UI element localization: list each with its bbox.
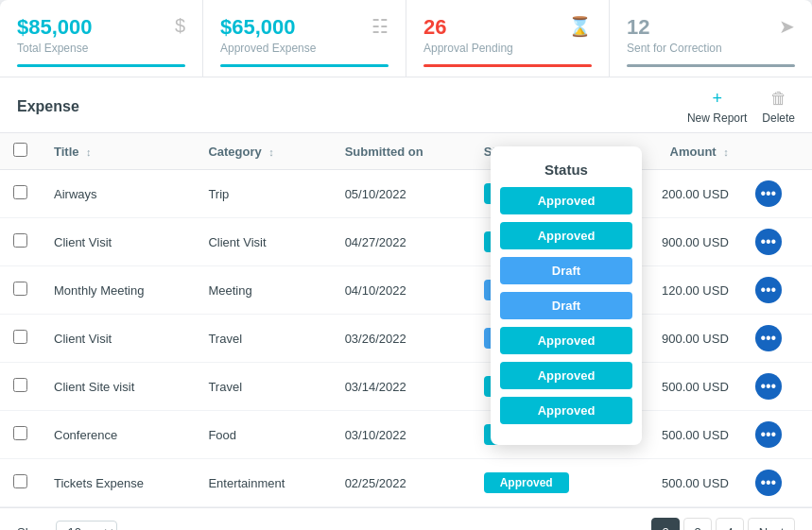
next-page-button[interactable]: Next — [748, 518, 795, 530]
row-actions: ••• — [742, 459, 812, 507]
row-checkbox-cell — [0, 459, 41, 507]
row-category: Food — [195, 411, 331, 459]
row-category: Travel — [195, 363, 331, 411]
toolbar: Expense + New Report 🗑 Delete — [0, 77, 812, 133]
row-category: Travel — [195, 315, 331, 363]
delete-button[interactable]: 🗑 Delete — [762, 89, 795, 125]
row-actions: ••• — [742, 411, 812, 459]
more-options-button[interactable]: ••• — [755, 421, 782, 448]
total-expense-bar — [17, 64, 185, 67]
status-approved-option-5[interactable]: Approved — [500, 397, 632, 424]
status-approved-option-4[interactable]: Approved — [500, 362, 632, 389]
title-sort-icon: ↕ — [86, 146, 92, 158]
row-actions: ••• — [742, 218, 812, 266]
more-options-button[interactable]: ••• — [755, 325, 782, 351]
plus-icon: + — [712, 89, 722, 109]
new-report-button[interactable]: + New Report — [687, 89, 747, 125]
row-status: Approved — [471, 459, 618, 507]
row-checkbox-4[interactable] — [13, 378, 27, 392]
row-amount: 500.00 USD — [618, 459, 742, 507]
more-options-button[interactable]: ••• — [755, 180, 782, 207]
row-submitted-on: 03/26/2022 — [332, 315, 471, 363]
show-label: Show — [17, 525, 48, 531]
row-checkbox-cell — [0, 363, 41, 411]
sent-correction-bar — [627, 64, 795, 67]
sent-correction-value: 12 — [627, 15, 795, 40]
row-checkbox-1[interactable] — [13, 233, 27, 248]
table-row: Conference Food 03/10/2022 Approved 500.… — [0, 411, 812, 459]
row-checkbox-5[interactable] — [13, 426, 27, 440]
status-approved-option-2[interactable]: Approved — [500, 222, 632, 249]
table-row: Tickets Expense Entertainment 02/25/2022… — [0, 459, 812, 507]
sent-correction-label: Sent for Correction — [627, 42, 795, 55]
row-category: Client Visit — [195, 218, 331, 266]
total-expense-card: $ $85,000 Total Expense — [0, 0, 203, 77]
row-submitted-on: 05/10/2022 — [332, 170, 471, 218]
expense-table-wrapper: Title ↕ Category ↕ Submitted on Status A… — [0, 133, 812, 507]
app-container: $ $85,000 Total Expense ☷ $65,000 Approv… — [0, 0, 812, 530]
approved-expense-card: ☷ $65,000 Approved Expense — [203, 0, 406, 77]
row-submitted-on: 04/10/2022 — [332, 266, 471, 315]
row-title: Monthly Meeting — [41, 266, 195, 315]
table-body: Airways Trip 05/10/2022 Approved 200.00 … — [0, 170, 812, 507]
total-expense-label: Total Expense — [17, 42, 185, 55]
row-category: Meeting — [195, 266, 331, 315]
title-header[interactable]: Title ↕ — [41, 133, 195, 170]
page-title: Expense — [17, 98, 79, 115]
row-checkbox-cell — [0, 411, 41, 459]
send-icon: ➤ — [779, 15, 795, 38]
page-2-button[interactable]: 2 — [651, 518, 680, 530]
page-4-button[interactable]: 4 — [716, 518, 744, 530]
row-submitted-on: 04/27/2022 — [332, 218, 471, 266]
dollar-icon: $ — [175, 15, 185, 37]
submitted-on-header[interactable]: Submitted on — [332, 133, 471, 170]
select-all-checkbox[interactable] — [13, 143, 27, 157]
row-title: Tickets Expense — [41, 459, 195, 507]
status-draft-option-2[interactable]: Draft — [500, 292, 632, 319]
category-header[interactable]: Category ↕ — [195, 133, 331, 170]
status-draft-option[interactable]: Draft — [500, 257, 632, 284]
summary-cards: $ $85,000 Total Expense ☷ $65,000 Approv… — [0, 0, 812, 77]
more-options-button[interactable]: ••• — [755, 373, 782, 400]
pagination: 2 3 4 Next — [651, 518, 795, 530]
status-approved-option[interactable]: Approved — [500, 187, 632, 214]
row-checkbox-6[interactable] — [13, 474, 27, 488]
checkbox-header — [0, 133, 41, 170]
status-approved-option-3[interactable]: Approved — [500, 327, 632, 354]
table-row: Client Visit Travel 03/26/2022 Draft 900… — [0, 315, 812, 363]
more-options-button[interactable]: ••• — [755, 277, 782, 303]
table-row: Client Site visit Travel 03/14/2022 Appr… — [0, 363, 812, 411]
row-checkbox-cell — [0, 218, 41, 266]
expense-table: Title ↕ Category ↕ Submitted on Status A… — [0, 133, 812, 507]
row-actions: ••• — [742, 170, 812, 218]
row-checkbox-0[interactable] — [13, 185, 27, 199]
approval-pending-value: 26 — [423, 15, 592, 40]
approved-expense-value: $65,000 — [220, 15, 389, 40]
hourglass-icon: ⌛ — [568, 15, 592, 38]
toolbar-actions: + New Report 🗑 Delete — [687, 89, 795, 125]
more-options-button[interactable]: ••• — [755, 229, 782, 255]
row-title: Conference — [41, 411, 195, 459]
row-actions: ••• — [742, 266, 812, 315]
row-checkbox-2[interactable] — [13, 282, 27, 296]
row-actions: ••• — [742, 315, 812, 363]
page-3-button[interactable]: 3 — [683, 518, 712, 530]
amount-sort-icon: ↕ — [723, 146, 729, 158]
status-badge[interactable]: Approved — [484, 472, 569, 493]
row-checkbox-cell — [0, 170, 41, 218]
show-section: Show 10 25 50 — [17, 521, 117, 531]
row-checkbox-3[interactable] — [13, 330, 27, 344]
approved-expense-bar — [220, 64, 389, 67]
table-row: Airways Trip 05/10/2022 Approved 200.00 … — [0, 170, 812, 218]
row-title: Client Site visit — [41, 363, 195, 411]
show-select[interactable]: 10 25 50 — [56, 521, 117, 531]
receipt-icon: ☷ — [371, 15, 389, 38]
status-dropdown-title: Status — [500, 156, 632, 187]
row-submitted-on: 02/25/2022 — [332, 459, 471, 507]
row-title: Client Visit — [41, 315, 195, 363]
table-row: Client Visit Client Visit 04/27/2022 App… — [0, 218, 812, 266]
more-options-button[interactable]: ••• — [755, 470, 782, 496]
actions-header — [742, 133, 812, 170]
sent-correction-card: ➤ 12 Sent for Correction — [610, 0, 812, 77]
new-report-label: New Report — [687, 111, 747, 125]
